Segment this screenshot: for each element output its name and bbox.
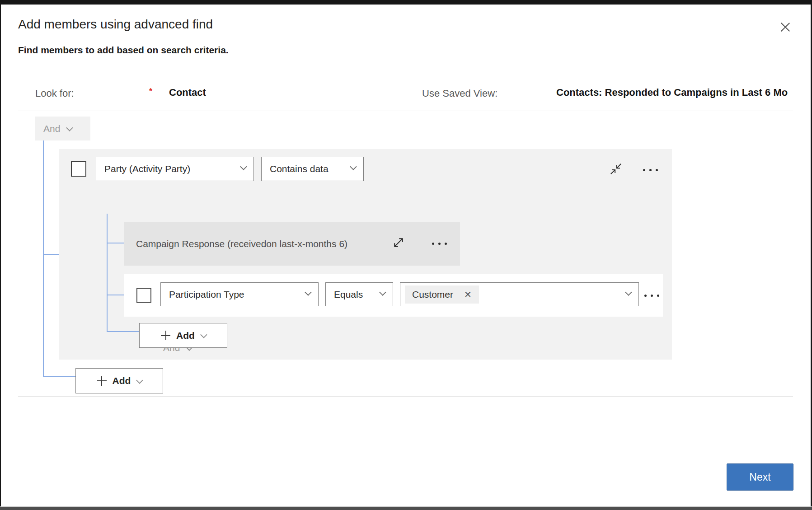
next-button[interactable]: Next xyxy=(727,463,793,491)
group-operator-label: Contains data xyxy=(270,164,329,174)
saved-view-label: Use Saved View: xyxy=(422,88,498,99)
chevron-down-icon xyxy=(350,163,357,170)
root-add-label: Add xyxy=(113,375,131,386)
condition-checkbox[interactable] xyxy=(136,288,151,303)
value-tag-chip: Customer ✕ xyxy=(405,285,479,304)
ellipsis-icon xyxy=(432,243,434,245)
expand-icon xyxy=(392,236,405,249)
plus-icon xyxy=(97,376,107,386)
condition-operator-dropdown[interactable]: Equals xyxy=(325,282,393,306)
header-divider xyxy=(18,111,793,111)
close-icon xyxy=(779,21,792,33)
value-tag-label: Customer xyxy=(412,289,453,300)
group-row-checkbox[interactable] xyxy=(71,161,86,177)
close-button[interactable] xyxy=(776,18,794,36)
footer-divider xyxy=(18,396,793,397)
expand-row-button[interactable] xyxy=(391,235,406,250)
tree-connector-to-condition xyxy=(107,295,124,295)
look-for-value[interactable]: Contact xyxy=(169,87,206,98)
group-add-button[interactable]: Add xyxy=(139,323,227,348)
condition-more-commands-button[interactable] xyxy=(644,295,659,297)
remove-tag-icon[interactable]: ✕ xyxy=(464,290,472,299)
saved-view-value[interactable]: Contacts: Responded to Campaigns in Last… xyxy=(556,87,793,98)
root-add-button[interactable]: Add xyxy=(75,368,163,393)
ellipsis-icon xyxy=(643,169,645,171)
tree-connector-vertical xyxy=(43,140,44,377)
related-entity-label: Campaign Response (receivedon last-x-mon… xyxy=(136,239,347,249)
root-operator-dropdown[interactable]: And xyxy=(35,117,90,140)
tree-connector-vertical-inner xyxy=(107,214,108,332)
condition-field-dropdown[interactable]: Participation Type xyxy=(160,282,319,306)
chevron-down-icon xyxy=(136,377,144,384)
chevron-down-icon xyxy=(240,163,247,170)
tree-connector-to-inner-add xyxy=(107,331,139,332)
tree-connector-to-add xyxy=(43,376,75,377)
root-operator-label: And xyxy=(43,123,60,134)
condition-field-label: Participation Type xyxy=(169,289,244,300)
group-more-commands-button[interactable] xyxy=(643,169,658,171)
collapse-group-button[interactable] xyxy=(609,162,623,176)
chevron-down-icon xyxy=(305,289,312,296)
tree-connector-to-group xyxy=(43,254,59,255)
condition-value-combobox[interactable]: Customer ✕ xyxy=(400,282,639,306)
page-title: Add members using advanced find xyxy=(18,17,213,32)
window-left-edge xyxy=(0,0,1,510)
dialog-add-members: Add members using advanced find Find mem… xyxy=(0,0,812,510)
collapse-icon xyxy=(609,162,623,176)
condition-operator-label: Equals xyxy=(334,289,363,300)
plus-icon xyxy=(161,331,170,340)
look-for-label: Look for: xyxy=(35,88,74,99)
chevron-down-icon xyxy=(200,331,207,338)
group-field-dropdown[interactable]: Party (Activity Party) xyxy=(96,157,254,181)
window-bottom-edge xyxy=(0,506,812,510)
related-row-more-commands-button[interactable] xyxy=(432,243,447,245)
chevron-down-icon xyxy=(625,289,632,296)
window-top-edge xyxy=(0,0,812,5)
condition-row: Participation Type Equals Customer ✕ xyxy=(124,274,663,317)
filter-group-panel: Party (Activity Party) Contains data And xyxy=(59,149,672,360)
group-add-label: Add xyxy=(176,330,195,341)
dialog-description: Find members to add based on search crit… xyxy=(18,45,229,56)
required-asterisk: * xyxy=(149,87,152,96)
chevron-down-icon xyxy=(66,124,74,131)
ellipsis-icon xyxy=(644,295,647,297)
group-field-label: Party (Activity Party) xyxy=(104,164,190,174)
tree-connector-to-related xyxy=(107,243,124,243)
group-operator-dropdown[interactable]: Contains data xyxy=(261,157,364,181)
related-entity-row[interactable]: Campaign Response (receivedon last-x-mon… xyxy=(124,222,460,266)
chevron-down-icon xyxy=(379,289,386,296)
